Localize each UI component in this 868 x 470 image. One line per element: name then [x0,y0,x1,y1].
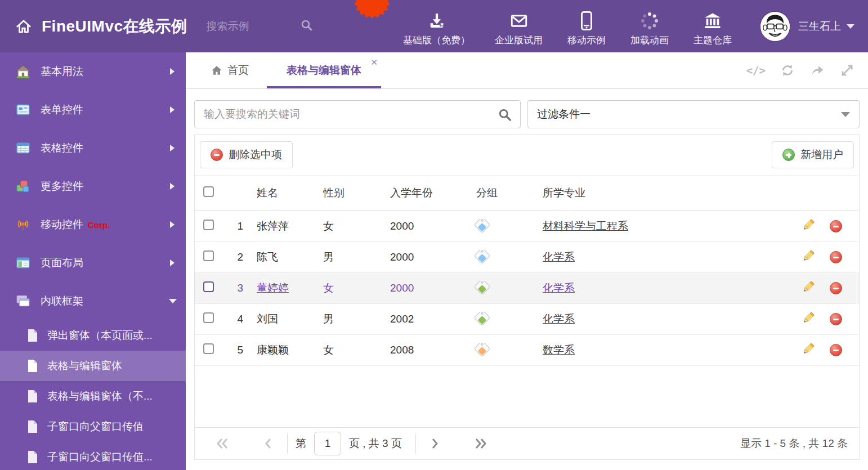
row-checkbox[interactable] [203,312,214,323]
major-link[interactable]: 材料科学与工程系 [543,220,628,232]
table-row-selected[interactable]: 3 董婷婷 女 2000 化学系 [195,273,859,304]
nav-item-basic-edition[interactable]: FREE! 基础版（免费） [391,10,482,47]
prev-page-button[interactable] [257,437,279,450]
sidebar-item-label: 表单控件 [41,102,83,117]
column-header-gender[interactable]: 性别 [317,186,384,200]
sidebar-subitem-label: 表格与编辑窗体（不... [47,389,153,404]
tag-icon [474,219,491,233]
filter-dropdown[interactable]: 过滤条件一 [527,100,860,128]
nav-item-loading-animation[interactable]: 加载动画 [618,10,681,47]
frames-icon [16,294,30,308]
edit-icon[interactable] [802,342,815,359]
delete-icon[interactable] [830,251,842,263]
sidebar-item-grid-controls[interactable]: 表格控件 [0,129,186,167]
chevron-right-icon [170,221,175,228]
edit-icon[interactable] [802,249,815,266]
search-icon[interactable] [300,19,314,34]
column-header-year[interactable]: 入学年份 [384,186,471,200]
edit-icon[interactable] [802,218,815,235]
next-page-button[interactable] [424,437,446,450]
sidebar-subitem-popup-window[interactable]: 弹出窗体（本页面或... [0,320,186,351]
home-icon [15,18,33,35]
chevron-right-icon [170,68,175,75]
tag-icon [474,250,491,264]
add-button-label: 新增用户 [800,147,843,162]
major-link[interactable]: 化学系 [543,251,575,263]
app-title: FineUIMvc在线示例 [42,16,187,37]
table-icon [16,141,30,155]
sidebar-subitem-child-to-parent[interactable]: 子窗口向父窗口传值 [0,411,186,442]
sidebar-item-iframe[interactable]: 内联框架 [0,282,186,320]
chevron-right-icon [170,106,175,113]
search-icon[interactable] [498,108,512,124]
delete-selected-button[interactable]: 删除选中项 [200,141,293,168]
delete-icon[interactable] [830,344,842,356]
top-search-input[interactable] [207,20,297,33]
select-all-checkbox[interactable] [203,186,214,197]
edit-icon[interactable] [802,311,815,328]
sidebar-item-label: 页面布局 [41,256,83,270]
filter-dropdown-value: 过滤条件一 [537,107,590,122]
sidebar-subitem-grid-edit-window[interactable]: 表格与编辑窗体 [0,351,186,381]
chevron-right-icon [170,259,175,266]
nav-item-mobile-demo[interactable]: 移动示例 [555,10,618,47]
sidebar-item-label: 内联框架 [41,294,83,308]
file-icon [27,420,38,433]
delete-icon[interactable] [830,282,842,294]
row-year: 2002 [384,313,471,325]
sidebar-item-form-controls[interactable]: 表单控件 [0,91,186,129]
tab-close-icon[interactable]: ✕ [370,58,378,66]
row-index: 4 [226,313,251,325]
delete-icon[interactable] [830,220,842,232]
brand[interactable]: FineUIMvc在线示例 [0,16,187,37]
refresh-icon[interactable] [780,63,795,78]
table-row[interactable]: 2 陈飞 男 2000 化学系 [195,242,859,273]
column-header-name[interactable]: 姓名 [251,186,317,200]
chevron-down-icon [841,112,850,117]
edit-icon[interactable] [802,280,815,297]
delete-icon[interactable] [830,313,842,325]
major-link[interactable]: 数学系 [543,344,575,356]
column-header-major[interactable]: 所学专业 [537,186,797,200]
row-checkbox[interactable] [203,281,214,292]
row-name: 张萍萍 [257,220,289,232]
user-menu[interactable]: 三生石上 [744,11,868,42]
divider [415,433,416,454]
maximize-icon[interactable] [840,63,854,78]
top-nav: FREE! 基础版（免费） 企业版 [351,0,744,52]
sidebar-item-mobile-controls[interactable]: 移动控件 Corp. [0,205,186,244]
nav-item-theme-repo[interactable]: 主题仓库 [681,10,744,47]
layout-icon [16,256,30,270]
row-checkbox[interactable] [203,250,214,261]
sidebar-item-basic-usage[interactable]: 基本用法 [0,52,186,91]
row-checkbox[interactable] [203,220,214,230]
nav-item-enterprise-trial[interactable]: 企业版试用 [482,10,555,47]
sidebar-subitem-child-to-parent-2[interactable]: 子窗口向父窗口传值... [0,442,186,470]
add-user-button[interactable]: 新增用户 [772,141,854,168]
grid-panel: 删除选中项 新增用户 姓名 性别 入学年份 分组 [194,134,860,460]
sidebar-item-page-layout[interactable]: 页面布局 [0,244,186,282]
row-gender: 女 [317,219,384,234]
page-number-input[interactable] [314,432,341,455]
tab-home[interactable]: 首页 [205,52,254,88]
last-page-button[interactable] [469,437,491,450]
keyword-search-input[interactable] [195,101,520,128]
major-link[interactable]: 化学系 [543,313,575,325]
row-year: 2000 [384,251,471,263]
row-checkbox[interactable] [203,343,214,354]
row-year: 2000 [384,282,471,294]
tab-bar: 首页 表格与编辑窗体 ✕ </> [186,52,868,89]
tab-grid-edit-window[interactable]: 表格与编辑窗体 ✕ [267,52,381,88]
house-icon [16,64,30,79]
open-new-window-icon[interactable] [809,63,825,78]
table-row[interactable]: 1 张萍萍 女 2000 材料科学与工程系 [195,211,859,242]
column-header-group[interactable]: 分组 [471,186,537,200]
home-icon [211,64,223,77]
first-page-button[interactable] [212,437,234,450]
source-code-icon[interactable]: </> [746,64,766,77]
table-row[interactable]: 4 刘国 男 2002 化学系 [195,304,859,335]
sidebar-subitem-grid-edit-window-2[interactable]: 表格与编辑窗体（不... [0,381,186,411]
table-row[interactable]: 5 康颖颖 女 2008 数学系 [195,335,859,366]
major-link[interactable]: 化学系 [543,282,575,294]
sidebar-item-more-controls[interactable]: 更多控件 [0,167,186,205]
